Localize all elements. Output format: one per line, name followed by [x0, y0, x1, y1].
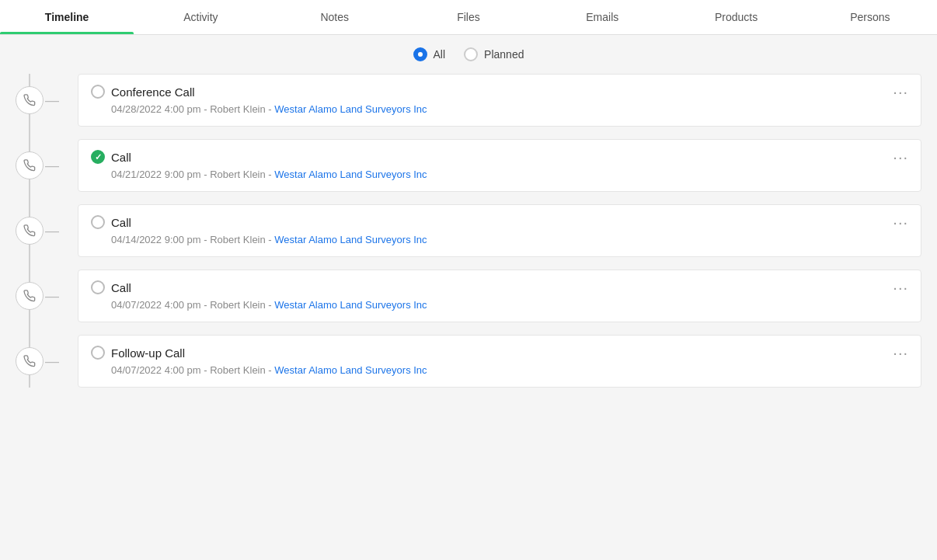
activity-title: Call — [111, 281, 131, 294]
tab-activity[interactable]: Activity — [134, 0, 267, 34]
status-empty-icon[interactable] — [91, 346, 105, 360]
timeline-dash: — — [45, 224, 59, 238]
activity-meta: 04/14/2022 9:00 pm - Robert Klein - West… — [91, 234, 908, 245]
timeline-row: —Call···04/14/2022 9:00 pm - Robert Klei… — [16, 204, 921, 257]
more-options-button[interactable]: ··· — [893, 149, 908, 165]
activity-card-1: Conference Call···04/28/2022 4:00 pm - R… — [78, 74, 921, 127]
timeline-dash: — — [45, 93, 59, 107]
card-top: Call··· — [91, 214, 908, 230]
timeline-left-3: — — [16, 204, 78, 257]
more-options-button[interactable]: ··· — [893, 280, 908, 295]
phone-icon — [16, 347, 44, 375]
status-done-icon[interactable] — [91, 150, 105, 164]
timeline-row: —Call···04/21/2022 9:00 pm - Robert Klei… — [16, 139, 921, 192]
more-options-button[interactable]: ··· — [893, 84, 908, 99]
activity-company-link[interactable]: Westar Alamo Land Surveyors Inc — [274, 103, 427, 115]
status-empty-icon[interactable] — [91, 280, 105, 294]
filter-planned-label: Planned — [484, 48, 524, 61]
activity-title: Call — [111, 151, 131, 164]
timeline-row: —Call···04/07/2022 4:00 pm - Robert Klei… — [16, 270, 921, 322]
status-empty-icon[interactable] — [91, 85, 105, 99]
radio-planned-circle — [464, 47, 478, 61]
phone-icon — [16, 86, 44, 114]
title-group: Follow-up Call — [91, 346, 185, 360]
activity-company-link[interactable]: Westar Alamo Land Surveyors Inc — [274, 299, 427, 311]
tab-products[interactable]: Products — [669, 0, 803, 34]
timeline-icon-wrap: — — [16, 86, 61, 114]
timeline-icon-wrap: — — [16, 282, 61, 310]
phone-icon — [16, 217, 44, 245]
tab-timeline[interactable]: Timeline — [0, 0, 134, 34]
activity-card-3: Call···04/14/2022 9:00 pm - Robert Klein… — [78, 204, 921, 257]
phone-icon — [16, 151, 44, 179]
timeline-row: —Conference Call···04/28/2022 4:00 pm - … — [16, 74, 921, 127]
timeline-icon-wrap: — — [16, 151, 61, 179]
timeline-container: —Conference Call···04/28/2022 4:00 pm - … — [0, 74, 937, 556]
activity-card-4: Call···04/07/2022 4:00 pm - Robert Klein… — [78, 270, 921, 322]
timeline-dash: — — [45, 354, 59, 368]
filter-planned[interactable]: Planned — [464, 47, 524, 61]
filter-all[interactable]: All — [413, 47, 446, 61]
tab-emails[interactable]: Emails — [535, 0, 669, 34]
radio-all-circle — [413, 47, 427, 61]
activity-meta: 04/07/2022 4:00 pm - Robert Klein - West… — [91, 299, 908, 311]
filter-row: All Planned — [0, 35, 937, 74]
phone-icon — [16, 282, 44, 310]
activity-card-2: Call···04/21/2022 9:00 pm - Robert Klein… — [78, 139, 921, 192]
timeline-left-5: — — [16, 335, 78, 388]
title-group: Call — [91, 150, 131, 164]
activity-card-5: Follow-up Call···04/07/2022 4:00 pm - Ro… — [78, 335, 921, 388]
timeline-wrapper: —Conference Call···04/28/2022 4:00 pm - … — [16, 74, 921, 388]
activity-meta: 04/07/2022 4:00 pm - Robert Klein - West… — [91, 364, 908, 376]
timeline-row: —Follow-up Call···04/07/2022 4:00 pm - R… — [16, 335, 921, 388]
timeline-dash: — — [45, 158, 59, 172]
filter-all-label: All — [434, 48, 446, 61]
card-top: Call··· — [91, 149, 908, 165]
card-top: Follow-up Call··· — [91, 345, 908, 360]
activity-meta: 04/21/2022 9:00 pm - Robert Klein - West… — [91, 169, 908, 180]
tab-persons[interactable]: Persons — [803, 0, 937, 34]
tab-bar: TimelineActivityNotesFilesEmailsProducts… — [0, 0, 937, 35]
timeline-icon-wrap: — — [16, 347, 61, 375]
activity-meta: 04/28/2022 4:00 pm - Robert Klein - West… — [91, 103, 908, 115]
activity-company-link[interactable]: Westar Alamo Land Surveyors Inc — [274, 169, 427, 180]
timeline-left-1: — — [16, 74, 78, 127]
activity-company-link[interactable]: Westar Alamo Land Surveyors Inc — [274, 364, 427, 376]
more-options-button[interactable]: ··· — [893, 345, 908, 360]
tab-notes[interactable]: Notes — [268, 0, 402, 34]
activity-title: Follow-up Call — [111, 346, 185, 360]
activity-company-link[interactable]: Westar Alamo Land Surveyors Inc — [274, 234, 427, 245]
activity-title: Conference Call — [111, 85, 195, 99]
timeline-icon-wrap: — — [16, 217, 61, 245]
activity-title: Call — [111, 216, 131, 229]
more-options-button[interactable]: ··· — [893, 214, 908, 230]
status-empty-icon[interactable] — [91, 215, 105, 229]
card-top: Call··· — [91, 280, 908, 295]
card-top: Conference Call··· — [91, 84, 908, 99]
title-group: Conference Call — [91, 85, 195, 99]
tab-files[interactable]: Files — [402, 0, 535, 34]
title-group: Call — [91, 280, 131, 294]
timeline-left-4: — — [16, 270, 78, 322]
title-group: Call — [91, 215, 131, 229]
timeline-dash: — — [45, 289, 59, 303]
timeline-left-2: — — [16, 139, 78, 192]
